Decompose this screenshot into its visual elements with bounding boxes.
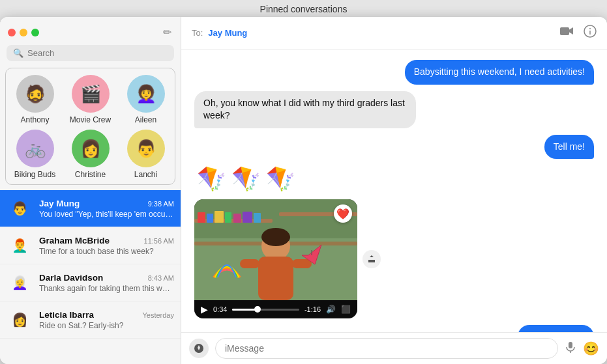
main-chat: To: Jay Mung Babysitting this weekend, I…	[181, 17, 607, 364]
share-button[interactable]	[363, 250, 381, 268]
pinned-avatar: 🧔	[16, 75, 54, 113]
elapsed-time: 0:34	[213, 305, 227, 313]
conversation-list: 👨 Jay Mung 9:38 AM You loved "Yep, this'…	[0, 190, 181, 364]
volume-icon[interactable]: 🔊	[326, 305, 336, 314]
conv-info: Graham McBride 11:56 AM Time for a touch…	[39, 236, 174, 256]
kite-1: 🪁	[197, 165, 226, 193]
conv-header: Darla Davidson 8:43 AM	[39, 273, 174, 283]
input-area: 😊	[181, 332, 607, 364]
pinned-name: Christine	[75, 170, 106, 179]
conv-avatar: 👩	[7, 307, 33, 333]
search-input[interactable]	[27, 48, 168, 58]
conversation-item[interactable]: 👩 Leticia Ibarra Yesterday Ride on Sat.?…	[0, 301, 181, 339]
pinned-avatar: 👩	[72, 130, 110, 167]
conv-header: Graham McBride 11:56 AM	[39, 236, 174, 245]
message-bubble: Babysitting this weekend, I need activit…	[405, 60, 594, 85]
compose-button[interactable]: ✏	[162, 25, 173, 40]
conv-name: Leticia Ibarra	[39, 310, 94, 320]
video-controls[interactable]: ▶ 0:34 -1:16 🔊 ⬛	[194, 300, 357, 318]
conv-preview: Time for a touch base this week?	[39, 247, 174, 256]
conv-info: Darla Davidson 8:43 AM Thanks again for …	[39, 273, 174, 293]
pinned-conversations-label: Pinned conversations	[0, 0, 607, 17]
search-icon: 🔍	[13, 48, 23, 58]
pinned-contact[interactable]: 🎬 Movie Crew	[64, 75, 117, 124]
pinned-name: Movie Crew	[70, 115, 111, 124]
pinned-name: Aileen	[135, 115, 156, 124]
conv-header: Leticia Ibarra Yesterday	[39, 310, 174, 320]
message-row: Tell me!	[194, 135, 594, 160]
conv-time: 9:38 AM	[148, 200, 174, 208]
conv-preview: Ride on Sat.? Early-ish?	[39, 321, 174, 330]
pinned-contact[interactable]: 🧔 Anthony	[8, 75, 61, 124]
message-row: Amazing idea!	[194, 325, 594, 332]
svg-point-17	[261, 228, 290, 246]
pinned-avatar: 👨	[127, 130, 165, 167]
svg-rect-0	[560, 27, 569, 35]
pinned-contact[interactable]: 👩‍🦱 Aileen	[119, 75, 172, 124]
minimize-button[interactable]	[20, 29, 27, 36]
svg-rect-13	[233, 214, 241, 223]
conversation-item[interactable]: 👨 Jay Mung 9:38 AM You loved "Yep, this'…	[0, 190, 181, 227]
video-thumbnail	[194, 199, 357, 300]
info-button[interactable]	[584, 25, 597, 41]
chat-recipient: Jay Mung	[208, 28, 555, 38]
svg-rect-14	[243, 212, 252, 223]
pinned-name: Anthony	[20, 115, 49, 124]
video-call-button[interactable]	[560, 26, 574, 40]
conv-time: Yesterday	[142, 311, 174, 319]
message-row: Babysitting this weekend, I need activit…	[194, 60, 594, 85]
svg-point-3	[589, 28, 591, 29]
close-button[interactable]	[8, 29, 16, 36]
pinned-avatar: 🚲	[16, 130, 54, 167]
pinned-name: Lanchi	[134, 170, 157, 179]
header-icons	[560, 25, 597, 41]
play-button[interactable]: ▶	[201, 304, 208, 315]
message-bubble: Oh, you know what I did with my third gr…	[194, 91, 416, 128]
pinned-contact[interactable]: 👩 Christine	[64, 130, 117, 179]
kites-row: 🪁 🪁 🪁	[194, 165, 594, 193]
conv-name: Darla Davidson	[39, 273, 103, 283]
conv-time: 8:43 AM	[148, 274, 174, 282]
progress-fill	[232, 309, 256, 311]
titlebar: ✏	[0, 17, 181, 45]
conv-info: Jay Mung 9:38 AM You loved "Yep, this'll…	[39, 199, 174, 219]
message-input[interactable]	[215, 338, 558, 359]
app-store-button[interactable]	[189, 339, 209, 358]
fullscreen-button[interactable]	[31, 29, 39, 36]
pinned-avatar: 👩‍🦱	[127, 75, 165, 113]
traffic-lights	[8, 29, 39, 36]
progress-dot	[254, 306, 261, 313]
pinned-avatar: 🎬	[72, 75, 110, 113]
progress-bar[interactable]	[232, 309, 299, 311]
video-wrapper: ❤️ ▶ 0:34 -1:16 🔊 ⬛	[194, 199, 357, 318]
message-bubble: Tell me!	[544, 135, 594, 160]
conversation-item[interactable]: 👨‍🦰 Graham McBride 11:56 AM Time for a t…	[0, 227, 181, 264]
svg-rect-19	[240, 259, 259, 268]
svg-rect-20	[292, 259, 312, 268]
conversation-item[interactable]: 👩‍🦳 Darla Davidson 8:43 AM Thanks again …	[0, 264, 181, 301]
svg-rect-12	[225, 212, 231, 223]
conv-header: Jay Mung 9:38 AM	[39, 199, 174, 208]
sidebar: ✏ 🔍 🧔 Anthony 🎬 Movie Crew 👩‍🦱 Aileen 🚲 …	[0, 17, 181, 364]
pinned-contact[interactable]: 🚲 Biking Buds	[8, 130, 61, 179]
conv-preview: Thanks again for taking them this weeken…	[39, 284, 174, 293]
remaining-time: -1:16	[304, 305, 321, 313]
search-bar[interactable]: 🔍	[7, 45, 174, 61]
kite-2: 🪁	[231, 165, 261, 193]
pinned-conversations: 🧔 Anthony 🎬 Movie Crew 👩‍🦱 Aileen 🚲 Biki…	[5, 68, 175, 185]
to-label: To:	[192, 28, 203, 38]
conv-time: 11:56 AM	[144, 237, 174, 245]
svg-rect-15	[254, 213, 261, 223]
video-player[interactable]: ❤️ ▶ 0:34 -1:16 🔊 ⬛	[194, 199, 357, 318]
pinned-contact[interactable]: 👨 Lanchi	[119, 130, 172, 179]
message-row: Oh, you know what I did with my third gr…	[194, 91, 594, 128]
pip-icon[interactable]: ⬛	[341, 305, 351, 314]
chat-header: To: Jay Mung	[181, 17, 607, 49]
conv-avatar: 👩‍🦳	[7, 270, 33, 296]
conv-info: Leticia Ibarra Yesterday Ride on Sat.? E…	[39, 310, 174, 330]
video-message-row: ❤️ ▶ 0:34 -1:16 🔊 ⬛	[194, 199, 594, 318]
emoji-button[interactable]: 😊	[583, 341, 599, 356]
conv-avatar: 👨	[7, 195, 33, 221]
audio-button[interactable]	[565, 341, 576, 356]
svg-rect-18	[258, 257, 293, 300]
